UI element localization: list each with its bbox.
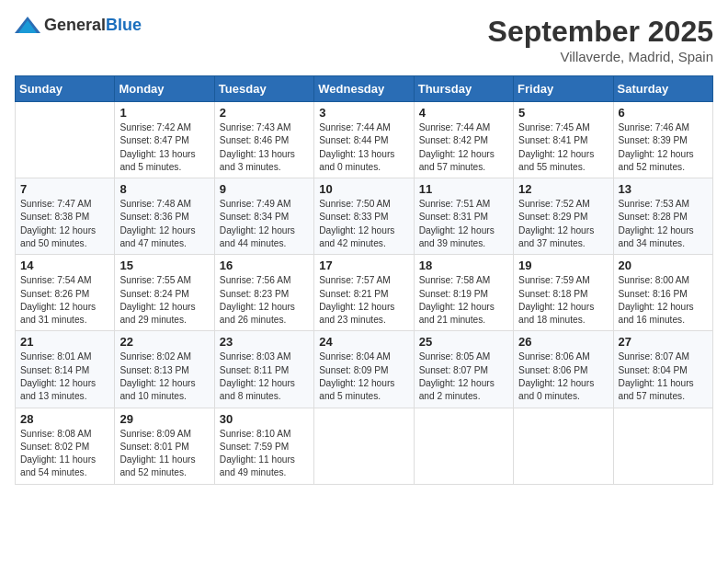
weekday-header-thursday: Thursday bbox=[414, 76, 513, 102]
weekday-header-row: SundayMondayTuesdayWednesdayThursdayFrid… bbox=[16, 76, 713, 102]
day-number: 21 bbox=[20, 335, 109, 349]
weekday-header-wednesday: Wednesday bbox=[314, 76, 414, 102]
calendar-week-row: 7Sunrise: 7:47 AM Sunset: 8:38 PM Daylig… bbox=[16, 178, 713, 255]
calendar-week-row: 1Sunrise: 7:42 AM Sunset: 8:47 PM Daylig… bbox=[16, 102, 713, 178]
day-info: Sunrise: 7:43 AM Sunset: 8:46 PM Dayligh… bbox=[220, 121, 309, 174]
calendar-cell: 9Sunrise: 7:49 AM Sunset: 8:34 PM Daylig… bbox=[214, 178, 313, 255]
day-number: 13 bbox=[619, 182, 708, 196]
day-number: 20 bbox=[619, 259, 708, 272]
day-info: Sunrise: 8:07 AM Sunset: 8:04 PM Dayligh… bbox=[619, 350, 708, 403]
day-info: Sunrise: 8:00 AM Sunset: 8:16 PM Dayligh… bbox=[619, 274, 708, 327]
day-number: 2 bbox=[220, 106, 309, 120]
calendar-week-row: 14Sunrise: 7:54 AM Sunset: 8:26 PM Dayli… bbox=[16, 255, 713, 331]
calendar-cell: 13Sunrise: 7:53 AM Sunset: 8:28 PM Dayli… bbox=[613, 178, 712, 255]
day-info: Sunrise: 8:06 AM Sunset: 8:06 PM Dayligh… bbox=[518, 350, 608, 403]
day-info: Sunrise: 7:42 AM Sunset: 8:47 PM Dayligh… bbox=[119, 121, 209, 174]
logo-text: GeneralBlue bbox=[44, 16, 142, 35]
weekday-header-sunday: Sunday bbox=[16, 76, 115, 102]
calendar-cell: 1Sunrise: 7:42 AM Sunset: 8:47 PM Daylig… bbox=[115, 102, 214, 178]
day-info: Sunrise: 8:08 AM Sunset: 8:02 PM Dayligh… bbox=[20, 428, 109, 480]
calendar-cell bbox=[314, 408, 414, 484]
day-number: 24 bbox=[319, 335, 408, 349]
day-number: 18 bbox=[419, 259, 508, 272]
day-number: 10 bbox=[319, 182, 408, 196]
day-info: Sunrise: 7:57 AM Sunset: 8:21 PM Dayligh… bbox=[319, 274, 408, 327]
day-info: Sunrise: 7:51 AM Sunset: 8:31 PM Dayligh… bbox=[419, 198, 508, 250]
weekday-header-tuesday: Tuesday bbox=[214, 76, 313, 102]
day-number: 9 bbox=[220, 182, 309, 196]
day-info: Sunrise: 7:59 AM Sunset: 8:18 PM Dayligh… bbox=[518, 274, 608, 327]
calendar-cell: 12Sunrise: 7:52 AM Sunset: 8:29 PM Dayli… bbox=[514, 178, 613, 255]
day-info: Sunrise: 8:05 AM Sunset: 8:07 PM Dayligh… bbox=[419, 350, 508, 403]
calendar-cell: 25Sunrise: 8:05 AM Sunset: 8:07 PM Dayli… bbox=[414, 331, 513, 408]
calendar-cell bbox=[514, 408, 613, 484]
day-info: Sunrise: 8:03 AM Sunset: 8:11 PM Dayligh… bbox=[220, 350, 309, 403]
logo-icon bbox=[15, 15, 40, 35]
day-info: Sunrise: 8:10 AM Sunset: 7:59 PM Dayligh… bbox=[220, 428, 309, 480]
calendar-cell bbox=[613, 408, 712, 484]
calendar-cell: 28Sunrise: 8:08 AM Sunset: 8:02 PM Dayli… bbox=[16, 408, 115, 484]
calendar-cell: 21Sunrise: 8:01 AM Sunset: 8:14 PM Dayli… bbox=[16, 331, 115, 408]
day-number: 14 bbox=[20, 259, 109, 272]
day-number: 3 bbox=[319, 106, 408, 120]
calendar-cell: 22Sunrise: 8:02 AM Sunset: 8:13 PM Dayli… bbox=[115, 331, 214, 408]
day-number: 19 bbox=[518, 259, 608, 272]
calendar-cell: 5Sunrise: 7:45 AM Sunset: 8:41 PM Daylig… bbox=[514, 102, 613, 178]
day-info: Sunrise: 7:58 AM Sunset: 8:19 PM Dayligh… bbox=[419, 274, 508, 327]
weekday-header-saturday: Saturday bbox=[613, 76, 712, 102]
day-info: Sunrise: 7:54 AM Sunset: 8:26 PM Dayligh… bbox=[20, 274, 109, 327]
calendar-cell: 20Sunrise: 8:00 AM Sunset: 8:16 PM Dayli… bbox=[613, 255, 712, 331]
day-info: Sunrise: 7:55 AM Sunset: 8:24 PM Dayligh… bbox=[119, 274, 209, 327]
calendar-cell: 16Sunrise: 7:56 AM Sunset: 8:23 PM Dayli… bbox=[214, 255, 313, 331]
day-info: Sunrise: 8:02 AM Sunset: 8:13 PM Dayligh… bbox=[119, 350, 209, 403]
calendar-cell: 29Sunrise: 8:09 AM Sunset: 8:01 PM Dayli… bbox=[115, 408, 214, 484]
day-info: Sunrise: 7:52 AM Sunset: 8:29 PM Dayligh… bbox=[518, 198, 608, 250]
calendar-cell: 10Sunrise: 7:50 AM Sunset: 8:33 PM Dayli… bbox=[314, 178, 414, 255]
calendar-cell: 2Sunrise: 7:43 AM Sunset: 8:46 PM Daylig… bbox=[214, 102, 313, 178]
calendar-week-row: 28Sunrise: 8:08 AM Sunset: 8:02 PM Dayli… bbox=[16, 408, 713, 484]
page-header: GeneralBlue September 2025 Villaverde, M… bbox=[15, 15, 713, 64]
logo-blue: Blue bbox=[106, 16, 142, 34]
day-number: 28 bbox=[20, 412, 109, 426]
day-info: Sunrise: 8:09 AM Sunset: 8:01 PM Dayligh… bbox=[119, 428, 209, 480]
calendar-cell: 26Sunrise: 8:06 AM Sunset: 8:06 PM Dayli… bbox=[514, 331, 613, 408]
day-info: Sunrise: 7:48 AM Sunset: 8:36 PM Dayligh… bbox=[119, 198, 209, 250]
location: Villaverde, Madrid, Spain bbox=[488, 49, 713, 64]
day-number: 7 bbox=[20, 182, 109, 196]
day-info: Sunrise: 7:53 AM Sunset: 8:28 PM Dayligh… bbox=[619, 198, 708, 250]
calendar-cell: 3Sunrise: 7:44 AM Sunset: 8:44 PM Daylig… bbox=[314, 102, 414, 178]
day-number: 11 bbox=[419, 182, 508, 196]
day-number: 5 bbox=[518, 106, 608, 120]
day-number: 12 bbox=[518, 182, 608, 196]
day-number: 23 bbox=[220, 335, 309, 349]
day-info: Sunrise: 7:49 AM Sunset: 8:34 PM Dayligh… bbox=[220, 198, 309, 250]
day-number: 4 bbox=[419, 106, 508, 120]
title-block: September 2025 Villaverde, Madrid, Spain bbox=[488, 15, 713, 64]
day-info: Sunrise: 7:44 AM Sunset: 8:44 PM Dayligh… bbox=[319, 121, 408, 174]
calendar-cell: 11Sunrise: 7:51 AM Sunset: 8:31 PM Dayli… bbox=[414, 178, 513, 255]
day-info: Sunrise: 7:47 AM Sunset: 8:38 PM Dayligh… bbox=[20, 198, 109, 250]
calendar-cell: 8Sunrise: 7:48 AM Sunset: 8:36 PM Daylig… bbox=[115, 178, 214, 255]
day-number: 29 bbox=[119, 412, 209, 426]
day-number: 25 bbox=[419, 335, 508, 349]
calendar-cell: 19Sunrise: 7:59 AM Sunset: 8:18 PM Dayli… bbox=[514, 255, 613, 331]
day-number: 16 bbox=[220, 259, 309, 272]
day-number: 15 bbox=[119, 259, 209, 272]
calendar-cell: 24Sunrise: 8:04 AM Sunset: 8:09 PM Dayli… bbox=[314, 331, 414, 408]
calendar-cell: 23Sunrise: 8:03 AM Sunset: 8:11 PM Dayli… bbox=[214, 331, 313, 408]
calendar-cell: 14Sunrise: 7:54 AM Sunset: 8:26 PM Dayli… bbox=[16, 255, 115, 331]
calendar-cell: 4Sunrise: 7:44 AM Sunset: 8:42 PM Daylig… bbox=[414, 102, 513, 178]
calendar-cell: 6Sunrise: 7:46 AM Sunset: 8:39 PM Daylig… bbox=[613, 102, 712, 178]
day-number: 8 bbox=[119, 182, 209, 196]
weekday-header-monday: Monday bbox=[115, 76, 214, 102]
calendar-cell bbox=[16, 102, 115, 178]
day-info: Sunrise: 7:50 AM Sunset: 8:33 PM Dayligh… bbox=[319, 198, 408, 250]
calendar-cell: 15Sunrise: 7:55 AM Sunset: 8:24 PM Dayli… bbox=[115, 255, 214, 331]
day-info: Sunrise: 8:04 AM Sunset: 8:09 PM Dayligh… bbox=[319, 350, 408, 403]
logo-general: General bbox=[44, 16, 106, 34]
logo: GeneralBlue bbox=[15, 15, 142, 35]
day-number: 1 bbox=[119, 106, 209, 120]
day-number: 26 bbox=[518, 335, 608, 349]
calendar-cell: 18Sunrise: 7:58 AM Sunset: 8:19 PM Dayli… bbox=[414, 255, 513, 331]
calendar-cell bbox=[414, 408, 513, 484]
